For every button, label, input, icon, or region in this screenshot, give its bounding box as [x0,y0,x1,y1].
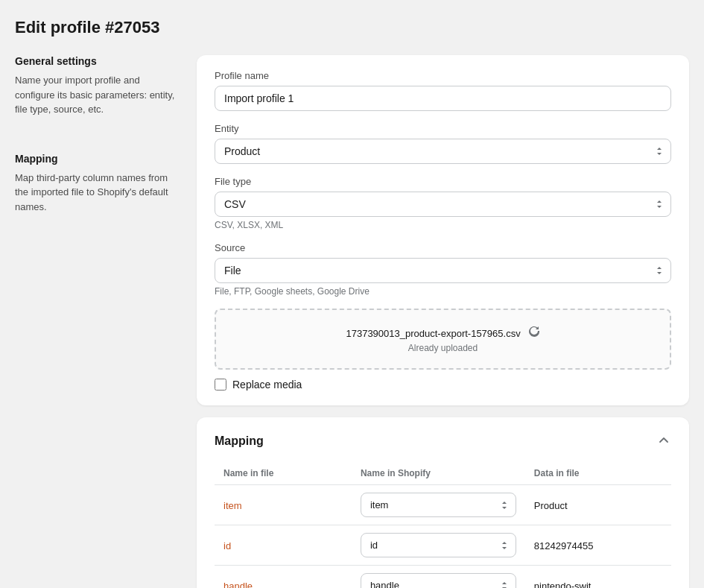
mapping-row-select[interactable]: handle [361,573,516,588]
mapping-table: Name in file Name in Shopify Data in fil… [215,462,671,588]
mapping-sidebar-title: Mapping [15,153,179,165]
data-in-file-cell: nintendo-swit [525,566,671,589]
general-settings-sidebar-title: General settings [15,55,179,67]
col-header-data-in-file: Data in file [525,462,671,485]
collapse-icon[interactable] [656,432,671,450]
page-title: Edit profile #27053 [15,18,689,37]
entity-field: Entity Product Order Customer [215,123,671,164]
data-in-file-cell: Product [525,485,671,525]
data-in-file-cell: 81242974455 [525,525,671,566]
source-label: Source [215,242,671,253]
replace-media-checkbox[interactable] [215,379,226,391]
table-row: itemitemProduct [215,485,671,525]
file-type-hint: CSV, XLSX, XML [215,220,671,230]
mapping-card-title: Mapping [215,434,264,448]
mapping-row-select[interactable]: item [361,493,516,517]
source-select-wrapper: File FTP Google sheets Google Drive [215,258,671,283]
mapping-card: Mapping Name in file Name in Shopify Dat… [197,417,689,588]
entity-label: Entity [215,123,671,134]
name-in-shopify-cell: item [352,485,525,525]
file-type-select[interactable]: CSV XLSX XML [215,192,671,217]
mapping-header: Mapping [215,432,671,450]
general-settings-sidebar: General settings Name your import profil… [15,55,179,117]
entity-select-wrapper: Product Order Customer [215,139,671,164]
file-type-label: File type [215,176,671,187]
upload-filename: 1737390013_product-export-157965.csv [346,328,520,339]
upload-zone[interactable]: 1737390013_product-export-157965.csv Alr… [215,309,671,370]
source-hint: File, FTP, Google sheets, Google Drive [215,286,671,297]
profile-name-label: Profile name [215,70,671,81]
name-in-file-cell: id [215,525,352,566]
name-in-shopify-cell: handle [352,566,525,589]
replace-media-label[interactable]: Replace media [232,379,302,391]
table-row: idid81242974455 [215,525,671,566]
profile-name-input[interactable] [215,86,671,111]
replace-media-row: Replace media [215,379,671,391]
table-row: handlehandlenintendo-swit [215,566,671,589]
name-in-file-cell: item [215,485,352,525]
general-settings-sidebar-desc: Name your import profile and configure i… [15,73,179,117]
col-header-name-in-file: Name in file [215,462,352,485]
upload-status: Already uploaded [231,343,655,353]
refresh-icon [528,325,540,340]
mapping-sidebar-desc: Map third-party column names from the im… [15,171,179,215]
file-type-select-wrapper: CSV XLSX XML [215,192,671,217]
file-type-field: File type CSV XLSX XML [215,176,671,230]
mapping-row-select[interactable]: id [361,533,516,557]
profile-name-field: Profile name [215,70,671,111]
name-in-file-cell: handle [215,566,352,589]
mapping-sidebar: Mapping Map third-party column names fro… [15,153,179,215]
name-in-shopify-cell: id [352,525,525,566]
entity-select[interactable]: Product Order Customer [215,139,671,164]
source-select[interactable]: File FTP Google sheets Google Drive [215,258,671,283]
col-header-name-in-shopify: Name in Shopify [352,462,525,485]
upload-filename-row: 1737390013_product-export-157965.csv [231,325,655,340]
source-field: Source File FTP Google sheets Google Dri… [215,242,671,297]
general-settings-card: Profile name Entity Product Order Custom… [197,55,689,405]
